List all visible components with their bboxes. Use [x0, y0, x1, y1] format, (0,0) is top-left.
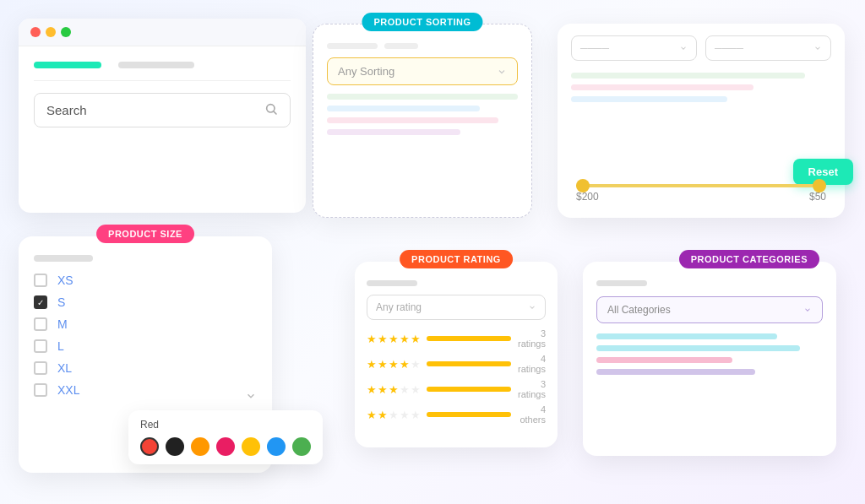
categories-select[interactable]: All Categories: [596, 296, 823, 323]
rating-select-label: Any rating: [376, 301, 422, 313]
categories-card: PRODUCT CATEGORIES All Categories: [583, 262, 836, 456]
dot-red[interactable]: [30, 27, 41, 37]
color-label: Red: [140, 419, 311, 431]
size-item-xs[interactable]: XS: [34, 274, 257, 287]
size-title-bar: [34, 255, 93, 262]
filter-select-2-label: ────: [715, 42, 743, 54]
range-thumb-right[interactable]: [813, 179, 826, 192]
sorting-body: Any Sorting: [313, 24, 531, 153]
size-item-l[interactable]: L: [34, 339, 257, 353]
categories-select-label: All Categories: [607, 304, 671, 316]
price-range: $200 $50: [571, 177, 831, 203]
stars-4: ★★★★★: [367, 358, 422, 371]
stars-2: ★★★★★: [367, 409, 422, 421]
star-count-3: 3 ratings: [516, 379, 546, 399]
stars-row-3: ★★★★★ 3 ratings: [367, 379, 546, 399]
sorting-select[interactable]: Any Sorting: [327, 57, 518, 85]
size-label-m: M: [57, 317, 68, 331]
checkbox-l[interactable]: [34, 339, 47, 353]
filter-select-1[interactable]: ────: [571, 35, 697, 61]
main-container: Search PRODUCT SORTING Any Sorting: [0, 0, 865, 504]
sort-title-bars: [327, 43, 518, 49]
sorting-select-label: Any Sorting: [338, 65, 394, 78]
filter-line-3: [571, 96, 727, 102]
checkmark-s: ✓: [37, 298, 44, 307]
size-item-xl[interactable]: XL: [34, 361, 257, 375]
size-item-xxl[interactable]: XXL: [34, 383, 257, 397]
gray-bar: [118, 62, 194, 68]
stars-row-5: ★★★★★ 3 ratings: [367, 328, 546, 349]
range-labels: $200 $50: [576, 191, 826, 203]
search-label: Search: [46, 103, 87, 117]
star-bar-3: [427, 387, 511, 392]
price-max: $50: [809, 191, 826, 203]
checkbox-m[interactable]: [34, 317, 47, 331]
sort-lines: [327, 94, 518, 135]
rating-badge: PRODUCT RATING: [400, 250, 513, 268]
cat-line-2: [596, 345, 800, 351]
price-min: $200: [576, 191, 599, 203]
cat-line-1: [596, 333, 777, 339]
sort-line-1: [327, 94, 518, 100]
size-label-l: L: [57, 339, 64, 353]
size-badge: PRODUCT SIZE: [96, 225, 194, 243]
swatch-black[interactable]: [166, 437, 184, 456]
checkbox-xl[interactable]: [34, 361, 47, 375]
size-body: XS ✓ S M L XL XXL: [19, 236, 272, 414]
checkbox-s[interactable]: ✓: [34, 295, 47, 309]
swatch-red[interactable]: [140, 437, 159, 456]
categories-badge: PRODUCT CATEGORIES: [679, 250, 819, 268]
sort-bar-2: [384, 43, 418, 49]
filter-line-1: [571, 73, 805, 79]
sorting-badge: PRODUCT SORTING: [362, 13, 482, 31]
dot-green[interactable]: [61, 27, 71, 37]
sort-bar-1: [327, 43, 378, 49]
sort-line-4: [327, 129, 460, 135]
cat-title-bar: [596, 280, 647, 286]
swatch-pink[interactable]: [216, 437, 235, 456]
stars-row-2: ★★★★★ 4 others: [367, 404, 546, 425]
stars-row-4: ★★★★★ 4 ratings: [367, 354, 546, 374]
rating-body: Any rating ★★★★★ 3 ratings ★★★★★ 4 ratin…: [355, 262, 558, 438]
browser-card: Search: [19, 19, 306, 213]
filter-select-2[interactable]: ────: [705, 35, 831, 61]
size-label-xs: XS: [57, 274, 73, 287]
filter-line-2: [571, 84, 753, 90]
filter-body: ──── ────: [558, 24, 845, 121]
checkbox-xxl[interactable]: [34, 383, 47, 397]
star-count-5: 3 ratings: [516, 328, 546, 349]
svg-line-1: [274, 111, 276, 114]
rating-select[interactable]: Any rating: [367, 295, 546, 320]
star-count-2: 4 others: [516, 404, 546, 425]
size-item-m[interactable]: M: [34, 317, 257, 331]
stars-3: ★★★★★: [367, 383, 422, 396]
size-item-s[interactable]: ✓ S: [34, 295, 257, 309]
dot-yellow[interactable]: [46, 27, 56, 37]
swatch-orange[interactable]: [191, 437, 209, 456]
star-bar-4: [427, 361, 511, 366]
range-track: [576, 184, 826, 187]
rating-card: PRODUCT RATING Any rating ★★★★★ 3 rating…: [355, 262, 558, 447]
categories-body: All Categories: [583, 262, 836, 393]
browser-bar-row: [34, 62, 291, 68]
filter-card: ──── ──── Reset $200 $50: [558, 24, 845, 218]
swatch-blue[interactable]: [267, 437, 286, 456]
teal-bar: [34, 62, 101, 68]
browser-body: Search: [19, 46, 306, 138]
size-label-xl: XL: [57, 361, 72, 375]
size-chevron: [245, 390, 257, 405]
size-label-s: S: [57, 295, 65, 309]
checkbox-xs[interactable]: [34, 274, 47, 287]
range-thumb-left[interactable]: [576, 179, 590, 192]
divider: [34, 80, 291, 81]
cat-lines: [596, 333, 823, 375]
star-bar-2: [427, 412, 511, 417]
search-box[interactable]: Search: [34, 93, 291, 127]
swatch-green[interactable]: [292, 437, 311, 456]
filter-select-1-label: ────: [580, 42, 609, 54]
cat-line-4: [596, 369, 755, 375]
size-label-xxl: XXL: [57, 383, 79, 397]
star-bar-5: [427, 336, 511, 341]
swatch-amber[interactable]: [242, 437, 260, 456]
rating-title-bar: [367, 280, 417, 286]
